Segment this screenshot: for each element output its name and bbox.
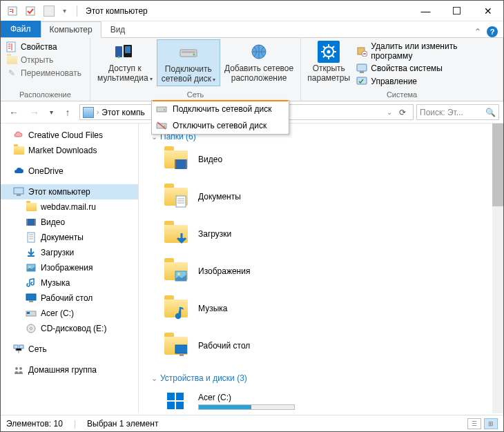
- dropdown-connect-item[interactable]: Подключить сетевой диск: [152, 101, 289, 117]
- open-icon: [6, 55, 17, 66]
- tree-documents[interactable]: Документы: [1, 230, 138, 245]
- tree-onedrive[interactable]: OneDrive: [1, 164, 138, 179]
- item-desktop[interactable]: Рабочий стол: [164, 333, 501, 358]
- map-drive-dropdown: Подключить сетевой диск Отключить сетево…: [151, 100, 289, 135]
- svg-point-16: [327, 50, 331, 54]
- scroll-thumb[interactable]: [492, 124, 503, 206]
- properties-button[interactable]: Свойства: [5, 41, 83, 53]
- forward-button[interactable]: →: [26, 104, 43, 121]
- content-pane[interactable]: Папки (6) Видео Документы Загрузки Изобр…: [139, 124, 503, 413]
- picture-overlay-icon: [175, 270, 187, 282]
- group-system: Открытьпараметры Удалить или изменить пр…: [301, 38, 503, 101]
- disconnect-drive-icon: [156, 120, 167, 131]
- sysprops-label: Свойства системы: [371, 63, 443, 73]
- manage-button[interactable]: Управление: [355, 75, 498, 88]
- svg-rect-50: [175, 345, 187, 353]
- svg-rect-51: [180, 353, 184, 356]
- up-button[interactable]: ↑: [59, 104, 77, 121]
- address-text: Этот компь: [101, 108, 144, 117]
- uninstall-label: Удалить или изменить программу: [371, 41, 497, 61]
- tree-ccf[interactable]: Creative Cloud Files: [1, 128, 138, 143]
- item-video[interactable]: Видео: [164, 147, 501, 172]
- search-input[interactable]: Поиск: Эт... 🔍: [416, 104, 499, 120]
- homegroup-icon: [13, 364, 24, 375]
- windows-drive-icon: [164, 389, 188, 413]
- minimize-button[interactable]: —: [410, 1, 441, 21]
- add-network-location-button[interactable]: Добавить сетевоерасположение: [220, 39, 298, 85]
- status-bar: Элементов: 10 | Выбран 1 элемент ☰ ⊞: [1, 415, 503, 431]
- tree-video[interactable]: Видео: [1, 215, 138, 230]
- highlight-bar: [153, 100, 288, 101]
- qat-dropdown-icon[interactable]: ▾: [60, 3, 68, 19]
- tree-cd[interactable]: CD-дисковод (E:): [1, 321, 138, 336]
- open-label: Открыть: [21, 55, 53, 65]
- network-location-icon: [248, 41, 270, 63]
- svg-rect-40: [14, 345, 18, 348]
- tree-music[interactable]: Музыка: [1, 275, 138, 291]
- maximize-button[interactable]: [441, 1, 472, 21]
- uninstall-button[interactable]: Удалить или изменить программу: [355, 41, 498, 61]
- window-title: Этот компьютер: [81, 6, 148, 16]
- navigation-tree[interactable]: Creative Cloud Files Market Downloads On…: [1, 124, 139, 413]
- tree-thispc[interactable]: Этот компьютер: [1, 184, 138, 199]
- svg-point-12: [193, 54, 195, 56]
- item-pictures[interactable]: Изображения: [164, 259, 501, 284]
- collapse-ribbon-icon[interactable]: ⌃: [474, 27, 481, 37]
- close-button[interactable]: ✕: [472, 1, 503, 21]
- rename-button[interactable]: ✎Переименовать: [5, 67, 83, 79]
- svg-point-9: [117, 57, 119, 59]
- folder-icon: [26, 202, 37, 213]
- recent-dropdown[interactable]: ▾: [46, 104, 56, 121]
- tree-network[interactable]: Сеть: [1, 342, 138, 357]
- tree-market[interactable]: Market Downloads: [1, 143, 138, 158]
- svg-rect-54: [167, 402, 175, 409]
- view-details-button[interactable]: ☰: [467, 418, 481, 429]
- item-downloads[interactable]: Загрузки: [164, 222, 501, 246]
- drive-usage-bar: [198, 404, 295, 410]
- qat-properties-icon[interactable]: [5, 3, 20, 19]
- uninstall-icon: [356, 46, 367, 57]
- rename-label: Переименовать: [21, 68, 81, 78]
- view-icons-button[interactable]: ⊞: [484, 418, 498, 429]
- tree-desktop[interactable]: Рабочий стол: [1, 291, 138, 306]
- dropdown-connect-label: Подключить сетевой диск: [173, 104, 271, 114]
- refresh-button[interactable]: ⟳: [395, 108, 410, 117]
- qat-checkbox-icon[interactable]: [23, 3, 38, 19]
- tab-view[interactable]: Вид: [101, 21, 135, 37]
- desktop-icon: [26, 293, 37, 304]
- devices-section-header[interactable]: Устройства и диски (3): [151, 371, 501, 389]
- svg-rect-29: [26, 219, 28, 226]
- svg-rect-30: [35, 219, 36, 226]
- svg-rect-26: [14, 188, 23, 194]
- scrollbar[interactable]: [492, 124, 503, 413]
- tab-computer[interactable]: Компьютер: [41, 21, 101, 38]
- open-button[interactable]: Открыть: [5, 54, 83, 66]
- svg-point-39: [30, 328, 32, 330]
- status-count: Элементов: 10: [6, 419, 63, 429]
- svg-point-49: [177, 273, 180, 275]
- item-documents[interactable]: Документы: [164, 184, 501, 209]
- tab-file[interactable]: Файл: [1, 21, 41, 37]
- music-icon: [26, 277, 37, 288]
- svg-rect-41: [19, 345, 23, 348]
- map-drive-button[interactable]: Подключитьсетевой диск: [157, 39, 220, 86]
- media-access-button[interactable]: Доступ кмультимедиа: [93, 39, 157, 85]
- svg-point-23: [164, 109, 165, 110]
- back-button[interactable]: ←: [5, 104, 23, 121]
- svg-rect-28: [27, 219, 35, 226]
- tree-acer[interactable]: Acer (C:): [1, 306, 138, 321]
- dropdown-disconnect-item[interactable]: Отключить сетевой диск: [152, 117, 289, 134]
- open-settings-button[interactable]: Открытьпараметры: [304, 39, 353, 85]
- tree-pictures[interactable]: Изображения: [1, 260, 138, 275]
- help-icon[interactable]: ?: [487, 26, 498, 37]
- manage-label: Управление: [371, 77, 417, 86]
- ccf-icon: [13, 130, 24, 141]
- map-drive-icon: [177, 41, 200, 63]
- system-properties-button[interactable]: Свойства системы: [355, 62, 498, 75]
- tree-downloads[interactable]: Загрузки: [1, 245, 138, 260]
- tree-homegroup[interactable]: Домашняя группа: [1, 362, 138, 377]
- tree-webdav[interactable]: webdav.mail.ru: [1, 199, 138, 215]
- item-music[interactable]: Музыка: [164, 296, 501, 321]
- svg-rect-37: [27, 312, 30, 314]
- item-acer-drive[interactable]: Acer (C:): [164, 389, 501, 413]
